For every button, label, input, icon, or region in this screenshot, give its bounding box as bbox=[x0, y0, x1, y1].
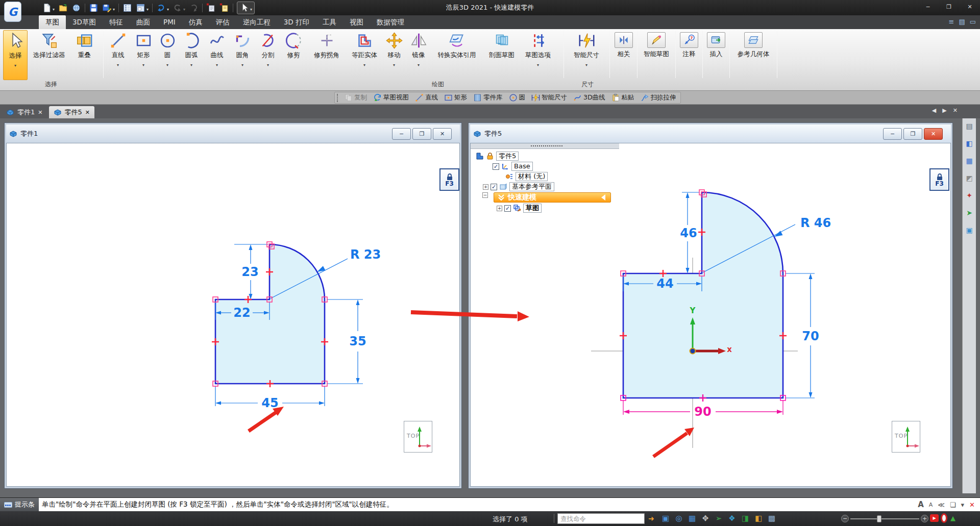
command-search-input[interactable] bbox=[557, 513, 645, 524]
sweep-extrude-button[interactable]: 扫掠拉伸 bbox=[641, 93, 676, 102]
expand-icon[interactable]: + bbox=[497, 206, 502, 211]
part5-title-bar[interactable]: 零件5 ─❐✕ bbox=[470, 124, 951, 143]
checkbox-checked[interactable]: ✓ bbox=[504, 205, 511, 212]
close-hint-button[interactable]: ✕ bbox=[969, 501, 975, 509]
link-button[interactable] bbox=[71, 3, 81, 13]
move-button[interactable]: 移动 bbox=[382, 30, 406, 80]
font-decrease-button[interactable]: A bbox=[929, 502, 933, 508]
tree-node-base[interactable]: ✓ Base bbox=[493, 162, 533, 171]
dropdown-arrow-icon[interactable] bbox=[418, 59, 420, 68]
layers-panel-icon[interactable]: ◧ bbox=[965, 139, 974, 148]
ribbon-options-icon[interactable]: ≡ bbox=[949, 18, 954, 26]
parts-library-panel-tab[interactable]: ▤ bbox=[965, 121, 974, 131]
dropdown-arrow-icon[interactable] bbox=[183, 3, 185, 13]
green-arrow-icon[interactable]: ▲ bbox=[950, 514, 955, 522]
zoom-out-button[interactable]: − bbox=[841, 515, 849, 522]
refresh-view-icon[interactable]: ➢ bbox=[714, 514, 723, 523]
dropdown-arrow-icon[interactable] bbox=[117, 59, 119, 68]
shaded-view-icon[interactable]: ◨ bbox=[741, 514, 750, 523]
tab-3d-print[interactable]: 3D 打印 bbox=[277, 15, 316, 29]
doc-tab-part5[interactable]: 零件5 ✕ bbox=[49, 106, 95, 118]
smart-sketch-button[interactable]: 智能草图 bbox=[639, 30, 674, 80]
tab-close-icon[interactable]: ✕ bbox=[85, 109, 90, 116]
pan-icon[interactable]: ✥ bbox=[701, 514, 710, 523]
tab-3d-sketch[interactable]: 3D草图 bbox=[66, 15, 103, 29]
window-minimize-button[interactable]: ─ bbox=[921, 2, 935, 12]
part5-maximize-button[interactable]: ❐ bbox=[903, 128, 922, 140]
trim-corner-button[interactable]: 修剪拐角 bbox=[306, 30, 347, 80]
dimension-r23[interactable]: R 23 bbox=[350, 247, 381, 262]
tree-node-ref-planes[interactable]: + ✓ 基本参考平面 bbox=[483, 182, 554, 191]
tab-scroll-left-button[interactable]: ◀ bbox=[932, 107, 936, 114]
dimension-23[interactable]: 23 bbox=[241, 265, 258, 279]
plane-lock-badge[interactable]: F3 bbox=[439, 168, 459, 191]
tab-tools[interactable]: 工具 bbox=[316, 15, 343, 29]
sketch-options-button[interactable]: 草图选项 bbox=[521, 30, 555, 80]
help-news-button[interactable]: * bbox=[219, 3, 229, 13]
whats-new-button[interactable]: * bbox=[206, 3, 216, 13]
window-maximize-button[interactable]: ❐ bbox=[942, 2, 956, 12]
view-orientation-gizmo[interactable]: TOP bbox=[892, 421, 920, 453]
dropdown-arrow-icon[interactable] bbox=[113, 3, 115, 13]
display-panel-icon[interactable]: ▣ bbox=[965, 226, 974, 235]
open-button[interactable] bbox=[58, 3, 68, 13]
tab-sketch[interactable]: 草图 bbox=[39, 15, 66, 29]
dimension-70[interactable]: 70 bbox=[802, 329, 819, 343]
paste-button[interactable]: 粘贴 bbox=[611, 93, 634, 102]
tab-feature[interactable]: 特征 bbox=[103, 15, 130, 29]
dropdown-arrow-icon[interactable] bbox=[167, 3, 169, 13]
hint-menu-button[interactable]: ▾ bbox=[961, 501, 965, 509]
dropdown-arrow-icon[interactable] bbox=[166, 59, 168, 68]
collapse-hint-button[interactable]: ≪ bbox=[938, 501, 945, 509]
copy-button[interactable]: 复制 bbox=[344, 93, 367, 102]
part1-close-button[interactable]: ✕ bbox=[433, 128, 452, 140]
view-orientation-gizmo[interactable]: TOP bbox=[404, 421, 432, 453]
undo-button[interactable] bbox=[156, 3, 169, 13]
status-oval-icon[interactable] bbox=[941, 513, 947, 523]
window-style-button[interactable] bbox=[136, 3, 149, 13]
circle-button[interactable]: 圆 bbox=[509, 93, 526, 102]
zoom-area-icon[interactable]: ◎ bbox=[674, 514, 683, 523]
tab-simulation[interactable]: 仿真 bbox=[182, 15, 209, 29]
plane-lock-badge[interactable]: F3 bbox=[929, 168, 949, 191]
toolbar-drag-handle[interactable] bbox=[337, 94, 339, 102]
part1-minimize-button[interactable]: ─ bbox=[392, 128, 411, 140]
smart-dimension-button[interactable]: 智能尺寸 bbox=[531, 93, 567, 102]
tree-node-material[interactable]: 材料 (无) bbox=[505, 172, 548, 181]
dropdown-arrow-icon[interactable] bbox=[146, 3, 149, 13]
screen-capture-icon[interactable]: ▣ bbox=[661, 514, 670, 523]
insert-button[interactable]: 插入 bbox=[704, 30, 728, 80]
convert-entity-button[interactable]: 转换实体引用 bbox=[431, 30, 483, 80]
circle-button[interactable]: 圆 bbox=[156, 30, 179, 80]
mirror-button[interactable]: 镜像 bbox=[406, 30, 431, 80]
trim-button[interactable]: 修剪 bbox=[281, 30, 306, 80]
sketch-view-button[interactable]: 草图视图 bbox=[373, 93, 409, 102]
part5-minimize-button[interactable]: ─ bbox=[883, 128, 902, 140]
style-view-icon[interactable]: ▩ bbox=[767, 514, 776, 523]
curve-button[interactable]: 曲线 bbox=[204, 30, 230, 80]
new-file-button[interactable] bbox=[42, 3, 55, 13]
dimension-35[interactable]: 35 bbox=[349, 334, 366, 348]
collapse-icon[interactable]: − bbox=[482, 192, 488, 198]
tab-close-icon[interactable]: ✕ bbox=[38, 109, 42, 116]
zoom-in-button[interactable]: + bbox=[921, 515, 928, 522]
checkbox-checked[interactable]: ✓ bbox=[493, 163, 499, 170]
related-button[interactable]: 相关 bbox=[611, 30, 636, 80]
zoom-track[interactable] bbox=[850, 518, 919, 519]
select-tool-button[interactable] bbox=[237, 2, 255, 14]
tree-node-root[interactable]: 零件5 bbox=[476, 152, 519, 161]
app-logo-icon[interactable]: G bbox=[4, 2, 21, 22]
fit-view-icon[interactable]: ◧ bbox=[754, 514, 763, 523]
palette-panel-icon[interactable]: ◩ bbox=[965, 173, 974, 183]
line-button[interactable]: 直线 bbox=[105, 30, 131, 80]
dropdown-arrow-icon[interactable] bbox=[190, 59, 192, 68]
split-button[interactable]: 分割 bbox=[255, 30, 281, 80]
save-button[interactable] bbox=[89, 3, 99, 13]
arc-button[interactable]: 圆弧 bbox=[179, 30, 204, 80]
dropdown-arrow-icon[interactable] bbox=[537, 59, 539, 68]
dropdown-arrow-icon[interactable] bbox=[363, 59, 365, 68]
zoom-handle[interactable] bbox=[877, 515, 881, 522]
repeat-button[interactable] bbox=[189, 3, 199, 13]
tab-close-button[interactable]: ✕ bbox=[953, 107, 958, 114]
part5-sketch-canvas[interactable]: 零件5 ✓ Base 材料 (无) + ✓ 基 bbox=[470, 143, 951, 487]
